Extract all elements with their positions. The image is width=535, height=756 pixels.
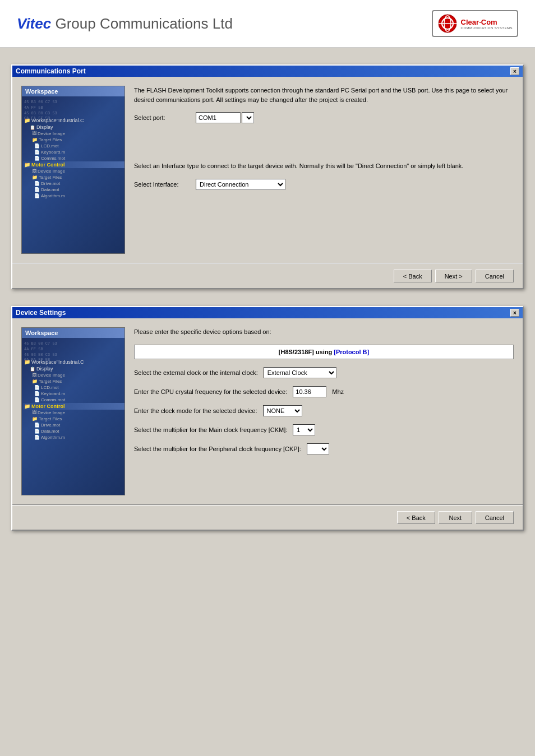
tree2-item-display[interactable]: 📋 Display	[23, 365, 125, 372]
tree2-device-image2[interactable]: 🖼Device Image	[23, 410, 125, 416]
spacer1	[134, 131, 514, 154]
tree-item-comms[interactable]: 📄Comms.mot	[23, 155, 125, 161]
dialog1-port-label: Select port:	[134, 114, 190, 121]
tree2-item-keyboard[interactable]: 📄Keyboard.m	[23, 391, 125, 397]
dialog2-protocol-box: [H8S/2318F] using [Protocol B]	[134, 345, 514, 359]
clearcom-logo-icon	[437, 13, 458, 34]
dialog2-info-text: Please enter the specific device options…	[134, 327, 514, 337]
dialog2-clockmode-label: Enter the clock mode for the selected de…	[134, 407, 257, 414]
vitec-text: Vitec	[17, 15, 51, 32]
tree2-item-target-files[interactable]: 📁Target Files	[23, 378, 125, 384]
dialog1-cancel-button[interactable]: Cancel	[476, 270, 514, 282]
dialog1-title: Communications Port	[16, 67, 86, 75]
dialog1-right: The FLASH Development Toolkit supports c…	[134, 86, 514, 254]
tree-item-device-image2[interactable]: 🖼Device Image	[23, 168, 125, 174]
header-title: Vitec Group Communications Ltd	[17, 15, 233, 33]
tree-item-data[interactable]: 📄Data.mot	[23, 187, 125, 193]
dialog1-port-input[interactable]	[196, 112, 241, 123]
dialog1-interface-info: Select an Interface type to connect to t…	[134, 161, 514, 171]
dialog2-mainmult-row: Select the multiplier for the Main clock…	[134, 424, 514, 435]
workspace-title2: Workspace	[22, 328, 124, 338]
dialog2-body: Workspace 45 B3 00 C7 53 4A FF 5B 45 03 …	[12, 318, 523, 504]
dialog2-cpufreq-input[interactable]	[293, 386, 326, 397]
dialog2-mhz-unit: Mhz	[332, 388, 344, 395]
dialog2-close-button[interactable]: ×	[510, 309, 519, 317]
tree-item-algorithm[interactable]: 📄Algorithm.m	[23, 193, 125, 199]
tree2-algorithm[interactable]: 📄Algorithm.m	[23, 434, 125, 440]
logo-area: Clear·Com COMMUNICATION SYSTEMS	[432, 10, 518, 37]
tree2-item-device-image[interactable]: 🖼Device Image	[23, 372, 125, 378]
workspace-tree: 📁 Workspace"Industrial.C 📋 Display 🖼Devi…	[23, 117, 125, 199]
tree-item-keyboard[interactable]: 📄Keyboard.m	[23, 149, 125, 155]
dialog1-workspace-panel: Workspace 45 B3 00 C7 53 4A FF 5B 45 03 …	[21, 86, 125, 254]
dialog1-close-button[interactable]: ×	[510, 67, 519, 75]
dialog2-periphmult-label: Select the multiplier for the Peripheral…	[134, 446, 301, 452]
dialog2-right: Please enter the specific device options…	[134, 327, 514, 495]
dialog2-titlebar: Device Settings ×	[12, 307, 523, 318]
workspace-title: Workspace	[22, 86, 124, 96]
dialog1-interface-label: Select Interface:	[134, 181, 190, 188]
tree2-item-motor-control[interactable]: 📁 Motor Control	[23, 403, 125, 410]
header-title-rest: Group Communications Ltd	[51, 15, 233, 32]
page-body: Communications Port × Workspace 45 B3 00…	[0, 48, 535, 548]
dialog1-back-button[interactable]: < Back	[394, 270, 432, 282]
dialog1-port-row: Select port: COM1 COM2 COM3	[134, 112, 514, 123]
tree-item-target-files2[interactable]: 📁Target Files	[23, 174, 125, 180]
tree-item-motor-control[interactable]: 📁 Motor Control	[23, 161, 125, 168]
dialog2-mainmult-select[interactable]: 1 2 4	[293, 424, 315, 435]
dialog2-periphmult-row: Select the multiplier for the Peripheral…	[134, 443, 514, 454]
dialog2-workspace-panel: Workspace 45 B3 00 C7 53 4A FF 5B 45 03 …	[21, 327, 125, 495]
dialog2-next-button[interactable]: Next	[439, 511, 472, 524]
dialog2-mainmult-label: Select the multiplier for the Main clock…	[134, 426, 287, 433]
dialog1-titlebar: Communications Port ×	[12, 66, 523, 77]
dialog2-title: Device Settings	[16, 309, 66, 317]
dialog1-port-control: COM1 COM2 COM3	[196, 112, 254, 123]
dialog2-clock-label: Select the external clock or the interna…	[134, 369, 258, 376]
dialog2-footer: < Back Next Cancel	[12, 505, 523, 530]
dialog2-back-button[interactable]: < Back	[397, 511, 435, 524]
tree2-item-workspace[interactable]: 📁 Workspace"Industrial.C	[23, 359, 125, 365]
dialog2-clockmode-row: Enter the clock mode for the selected de…	[134, 405, 514, 416]
tree-item-drive[interactable]: 📄Drive.mot	[23, 180, 125, 187]
tree2-data[interactable]: 📄Data.mot	[23, 428, 125, 434]
workspace-tree2: 📁 Workspace"Industrial.C 📋 Display 🖼Devi…	[23, 359, 125, 440]
tree2-drive[interactable]: 📄Drive.mot	[23, 422, 125, 428]
header: Vitec Group Communications Ltd Clear·Com…	[0, 0, 535, 48]
dialog2-cpufreq-label: Enter the CPU crystal frequency for the …	[134, 388, 287, 395]
logo-text-area: Clear·Com COMMUNICATION SYSTEMS	[461, 18, 513, 30]
tree-item-workspace[interactable]: 📁 Workspace"Industrial.C	[23, 117, 125, 124]
dialog2-periphmult-select[interactable]: 1 2	[307, 443, 329, 454]
dialog1-next-button[interactable]: Next >	[435, 270, 472, 282]
dialog1-interface-select[interactable]: Direct Connection	[196, 179, 285, 190]
tree2-item-comms[interactable]: 📄Comms.mot	[23, 397, 125, 403]
tree2-item-lcd[interactable]: 📄LCD.mot	[23, 384, 125, 391]
logo-box: Clear·Com COMMUNICATION SYSTEMS	[432, 10, 518, 37]
dialog2-cancel-button[interactable]: Cancel	[476, 511, 514, 524]
dialog-device-settings: Device Settings × Workspace 45 B3 00 C7 …	[11, 306, 524, 531]
dialog2-clockmode-select[interactable]: NONE	[263, 405, 302, 416]
clearcom-brand: Clear·Com	[461, 18, 513, 26]
clearcom-subtext: COMMUNICATION SYSTEMS	[461, 26, 513, 30]
tree-item-target-files[interactable]: 📁Target Files	[23, 137, 125, 143]
dialog1-body: Workspace 45 B3 00 C7 53 4A FF 5B 45 03 …	[12, 77, 523, 263]
dialog2-clock-row: Select the external clock or the interna…	[134, 367, 514, 378]
tree-item-display[interactable]: 📋 Display	[23, 124, 125, 131]
dialog1-info-text: The FLASH Development Toolkit supports c…	[134, 86, 514, 104]
dialog2-protocol-text: [H8S/2318F] using [Protocol B]	[279, 349, 369, 355]
dialog1-port-select[interactable]: COM1 COM2 COM3	[242, 112, 254, 123]
dialog1-footer: < Back Next > Cancel	[12, 264, 523, 288]
dialog-communications-port: Communications Port × Workspace 45 B3 00…	[11, 64, 524, 289]
tree-item-device-image[interactable]: 🖼Device Image	[23, 131, 125, 137]
dialog2-clock-select[interactable]: External Clock Internal Clock	[264, 367, 336, 378]
dialog1-interface-row: Select Interface: Direct Connection	[134, 179, 514, 190]
tree2-target-files2[interactable]: 📁Target Files	[23, 416, 125, 422]
tree-item-lcd[interactable]: 📄LCD.mot	[23, 143, 125, 149]
dialog2-cpufreq-row: Enter the CPU crystal frequency for the …	[134, 386, 514, 397]
